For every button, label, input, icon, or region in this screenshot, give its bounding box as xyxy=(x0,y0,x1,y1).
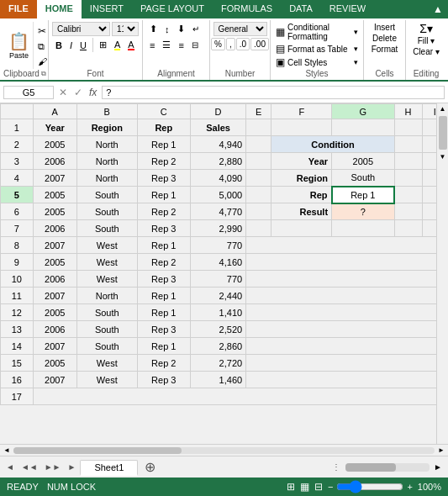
cell-A15[interactable]: 2005 xyxy=(33,355,76,372)
row-number[interactable]: 11 xyxy=(1,288,34,304)
cell-B3[interactable]: North xyxy=(76,153,137,170)
align-middle-button[interactable]: ↕ xyxy=(161,22,173,36)
cell-C12[interactable]: Rep 1 xyxy=(137,304,190,321)
cell-A8[interactable]: 2007 xyxy=(33,237,76,254)
cell-C11[interactable]: Rep 1 xyxy=(137,288,190,304)
col-header-B[interactable]: B xyxy=(76,104,137,119)
scroll-down-button[interactable]: ▼ xyxy=(438,151,448,162)
cell-D2[interactable]: 4,940 xyxy=(190,136,245,153)
cell-E10[interactable] xyxy=(246,271,448,288)
scroll-up-button[interactable]: ▲ xyxy=(438,103,448,114)
cell-F4[interactable]: Region xyxy=(271,170,332,187)
cell-B13[interactable]: South xyxy=(76,321,137,338)
scroll-right-end[interactable]: ► xyxy=(431,462,445,472)
cut-button[interactable]: ✂ xyxy=(36,24,49,38)
cell-E2[interactable] xyxy=(246,136,271,153)
cell-E15[interactable] xyxy=(246,355,448,372)
cell-A1[interactable]: Year xyxy=(33,119,76,136)
cell-B14[interactable]: South xyxy=(76,338,137,355)
cell-D15[interactable]: 2,720 xyxy=(190,355,245,372)
paste-button[interactable]: 📋 Paste xyxy=(5,22,34,69)
col-header-C[interactable]: C xyxy=(137,104,190,119)
cell-E13[interactable] xyxy=(246,321,448,338)
number-format-select[interactable]: General xyxy=(213,22,267,36)
cell-F3[interactable]: Year xyxy=(271,153,332,170)
cell-C1[interactable]: Rep xyxy=(137,119,190,136)
cell-F7[interactable] xyxy=(271,220,332,237)
cell-H2[interactable] xyxy=(394,136,422,153)
border-button[interactable]: ⊞ xyxy=(96,38,110,52)
cell-E6[interactable] xyxy=(246,203,271,220)
cell-B1[interactable]: Region xyxy=(76,119,137,136)
tab-data[interactable]: DATA xyxy=(281,0,321,18)
cell-C6[interactable]: Rep 2 xyxy=(137,203,190,220)
cell-C4[interactable]: Rep 3 xyxy=(137,170,190,187)
font-size-select[interactable]: 11 xyxy=(112,22,139,36)
wrap-text-button[interactable]: ↵ xyxy=(189,22,203,36)
cell-F1[interactable] xyxy=(271,119,332,136)
cells-insert-button[interactable]: Insert xyxy=(371,22,398,33)
tab-options-button[interactable]: ⋮ xyxy=(329,462,344,472)
cell-A9[interactable]: 2005 xyxy=(33,254,76,271)
cell-E14[interactable] xyxy=(246,338,448,355)
cancel-icon[interactable]: ✕ xyxy=(57,87,69,98)
cell-C16[interactable]: Rep 3 xyxy=(137,372,190,388)
cell-H7[interactable] xyxy=(394,220,422,237)
cell-G4[interactable]: South xyxy=(332,170,394,187)
scroll-left-button[interactable]: ◄ xyxy=(2,446,12,454)
cell-A3[interactable]: 2006 xyxy=(33,153,76,170)
cell-C10[interactable]: Rep 3 xyxy=(137,271,190,288)
autosum-button[interactable]: Σ▾ xyxy=(419,22,433,35)
cell-C5[interactable]: Rep 1 xyxy=(137,187,190,203)
tab-file[interactable]: FILE xyxy=(0,0,37,18)
cell-C2[interactable]: Rep 1 xyxy=(137,136,190,153)
cell-E11[interactable] xyxy=(246,288,448,304)
cell-D14[interactable]: 2,860 xyxy=(190,338,245,355)
cell-E1[interactable] xyxy=(246,119,271,136)
comma-button[interactable]: , xyxy=(226,38,235,50)
row-number[interactable]: 2 xyxy=(1,136,34,153)
cell-A14[interactable]: 2007 xyxy=(33,338,76,355)
cell-A17[interactable] xyxy=(33,388,447,405)
cell-D13[interactable]: 2,520 xyxy=(190,321,245,338)
tab-scroll-right[interactable]: ► xyxy=(66,462,79,472)
scroll-thumb-h[interactable] xyxy=(13,447,182,454)
cell-A13[interactable]: 2006 xyxy=(33,321,76,338)
cell-A2[interactable]: 2005 xyxy=(33,136,76,153)
row-number[interactable]: 10 xyxy=(1,271,34,288)
cell-B8[interactable]: West xyxy=(76,237,137,254)
vertical-scrollbar[interactable]: ▲ ▼ xyxy=(436,103,448,444)
cell-D6[interactable]: 4,770 xyxy=(190,203,245,220)
tab-insert[interactable]: INSERT xyxy=(82,0,132,18)
align-right-button[interactable]: ≡ xyxy=(175,38,187,52)
row-number-5[interactable]: 5 xyxy=(1,187,34,203)
increase-decimal-button[interactable]: .0 xyxy=(236,38,250,50)
cell-D5[interactable]: 5,000 xyxy=(190,187,245,203)
cell-D1[interactable]: Sales xyxy=(190,119,245,136)
align-top-button[interactable]: ⬆ xyxy=(146,22,161,36)
decrease-decimal-button[interactable]: .00 xyxy=(250,38,269,50)
cell-H1[interactable] xyxy=(394,119,422,136)
italic-button[interactable]: I xyxy=(66,39,76,52)
cell-E12[interactable] xyxy=(246,304,448,321)
cell-B10[interactable]: West xyxy=(76,271,137,288)
row-number[interactable]: 12 xyxy=(1,304,34,321)
confirm-icon[interactable]: ✓ xyxy=(72,87,84,98)
align-center-button[interactable]: ☰ xyxy=(159,38,174,52)
zoom-out-button[interactable]: − xyxy=(328,482,333,492)
font-color-button[interactable]: A xyxy=(124,38,137,52)
cell-E4[interactable] xyxy=(246,170,271,187)
cell-B11[interactable]: North xyxy=(76,288,137,304)
cell-F6[interactable]: Result xyxy=(271,203,332,220)
add-sheet-button[interactable]: ⊕ xyxy=(141,459,159,475)
row-number[interactable]: 9 xyxy=(1,254,34,271)
cell-D10[interactable]: 770 xyxy=(190,271,245,288)
font-name-select[interactable]: Calibri xyxy=(52,22,110,36)
cell-C14[interactable]: Rep 1 xyxy=(137,338,190,355)
cells-format-button[interactable]: Format xyxy=(368,44,402,55)
cell-D16[interactable]: 1,460 xyxy=(190,372,245,388)
row-number[interactable]: 6 xyxy=(1,203,34,220)
horizontal-scrollbar[interactable]: ◄ ► xyxy=(0,444,448,456)
zoom-in-button[interactable]: + xyxy=(407,482,412,492)
cell-H5[interactable] xyxy=(394,187,422,203)
